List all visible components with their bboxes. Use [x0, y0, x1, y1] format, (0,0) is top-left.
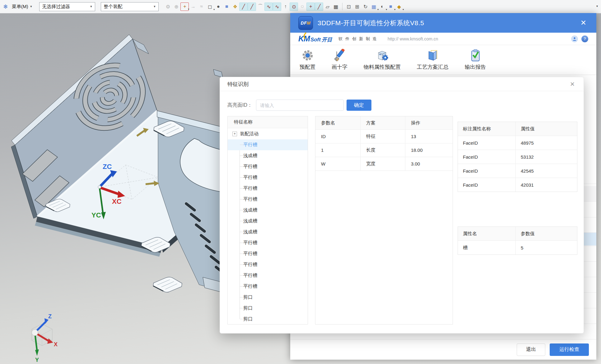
parameter-row[interactable]: 1 长度 18.00 — [315, 143, 453, 157]
shaded-view-icon[interactable]: ◐ ▾ — [378, 2, 386, 11]
triad-x-label: X — [54, 341, 58, 348]
selection-filter-dropdown[interactable]: 无选择过滤器 ▼ — [39, 2, 95, 11]
tree-item[interactable]: 浅成槽 — [228, 205, 308, 216]
refresh-view-icon[interactable]: ↻ ▾ — [361, 2, 370, 11]
face-attribute-row[interactable]: FaceID 53132 — [458, 150, 577, 164]
ellipse-icon[interactable]: ◌ ▾ — [298, 2, 306, 11]
tree-item[interactable]: 平行槽 — [228, 270, 308, 281]
tree-item[interactable]: 剪口 — [228, 303, 308, 314]
solid-display-icon[interactable]: ■ ▾ — [386, 2, 395, 11]
zc-axis-label: ZC — [103, 163, 112, 170]
highlight-id-input[interactable] — [256, 100, 344, 111]
face-attribute-header: 标注属性名称 属性值 — [458, 122, 577, 136]
snap-grid-icon[interactable]: ▦ ▾ — [370, 2, 378, 11]
tree-item[interactable]: 浅成槽 — [228, 226, 308, 237]
selection-scope-dropdown[interactable]: 整个装配 ▼ — [101, 2, 159, 11]
fillet-arc-icon[interactable]: ⌒ ▾ — [256, 2, 264, 11]
dfm-titlebar[interactable]: DFM 3DDFM-开目可制造性分析系统V8.5 ✕ — [290, 13, 596, 33]
polyline-icon[interactable]: ╱ ▾ — [315, 2, 323, 11]
gear-icon — [301, 49, 314, 62]
point-icon[interactable]: + ▾ — [306, 2, 315, 11]
dialog-header: 特征识别 ✕ — [220, 77, 584, 91]
menu-label: 菜单(M) — [12, 4, 28, 10]
brand-url: http:// www.kmsoft.com.cn — [388, 36, 438, 41]
face-attribute-row[interactable]: FaceID 48975 — [458, 136, 577, 150]
tree-item[interactable]: 平行槽 — [228, 281, 308, 292]
help-icon[interactable]: ? — [581, 35, 588, 42]
grid-icon[interactable]: ▦ ▾ — [332, 2, 340, 11]
line-segment-icon[interactable]: ╱ ▾ — [248, 2, 256, 11]
spline-icon[interactable]: ∿ ▾ — [264, 2, 273, 11]
menu-button[interactable]: 菜单(M) ▼ — [11, 3, 34, 10]
highlight-id-row: 高亮面ID： 确定 — [227, 100, 371, 111]
feature-tree-panel: 特征名称 + 装配活动 平行槽 浅成槽 平行槽 — [227, 116, 308, 324]
dfm-close-icon[interactable]: ✕ — [579, 19, 588, 27]
tree-item[interactable]: 浅成槽 — [228, 216, 308, 226]
tree-item[interactable]: 平行槽 — [228, 259, 308, 270]
show-dof-icon[interactable]: → ▾ — [189, 2, 197, 11]
tree-item[interactable]: 平行槽 — [228, 139, 308, 150]
window-zoom-icon[interactable]: ⊡ ▾ — [344, 2, 353, 11]
dfm-app-icon: DFM — [298, 16, 313, 30]
confirm-button[interactable]: 确定 — [347, 100, 371, 111]
tree-item[interactable]: 剪口 — [228, 314, 308, 324]
toolbar-overflow-chevron[interactable]: ▾ — [596, 4, 598, 8]
tree-item[interactable]: 平行槽 — [228, 161, 308, 172]
pan-icon[interactable]: ⊞ ▾ — [353, 2, 361, 11]
tree-root-assembly-activity[interactable]: + 装配活动 — [228, 128, 308, 139]
datum-axis-icon[interactable]: ↑ ▾ — [281, 2, 290, 11]
view-orientation-triad: Z X Y — [17, 312, 67, 364]
parameter-table-header: 参数名 方案 操作 — [315, 116, 453, 130]
preconfig-button[interactable]: 预配置 — [300, 49, 315, 71]
triad-z-label: Z — [48, 313, 52, 320]
line-icon[interactable]: ╱ ▾ — [239, 2, 248, 11]
output-report-button[interactable]: 输出报告 — [465, 49, 486, 71]
property-table-header: 属性名 参数值 — [458, 227, 577, 241]
sheet-metal-part[interactable]: ZC XC YC — [0, 13, 246, 303]
dfm-brand-bar: KM Soft 开目 软件创新制造 http:// www.kmsoft.com… — [290, 33, 596, 45]
chevron-down-icon: ▼ — [153, 5, 156, 8]
tree-item[interactable]: 平行槽 — [228, 237, 308, 248]
process-summary-button[interactable]: 工艺方案汇总 — [417, 49, 449, 71]
circle-center-icon[interactable]: ⊙ ▾ — [290, 2, 298, 11]
assembly-constraints-icon[interactable]: ⚙ ▾ — [164, 2, 172, 11]
report-check-icon — [469, 49, 482, 62]
toolbar-divider[interactable]: ▾ — [340, 2, 344, 11]
wave-geometry-icon[interactable]: ≈ ▾ — [197, 2, 206, 11]
dialog-close-icon[interactable]: ✕ — [569, 80, 576, 88]
move-component-icon[interactable]: ⊕ ▾ — [172, 2, 180, 11]
brand-slogan: 软件创新制造 — [338, 36, 380, 42]
analysis-display-icon[interactable]: ◆ ▾ — [395, 2, 403, 11]
folders-icon — [426, 49, 439, 62]
face-attribute-row[interactable]: FaceID 42031 — [458, 178, 577, 192]
studio-spline-icon[interactable]: ∿ ▾ — [273, 2, 281, 11]
remember-constraints-icon[interactable]: + ▾ — [180, 2, 189, 11]
highlight-id-label: 高亮面ID： — [227, 102, 256, 109]
tree-item[interactable]: 平行槽 — [228, 183, 308, 194]
face-attribute-row[interactable]: FaceID 42545 — [458, 164, 577, 178]
tree-item[interactable]: 剪口 — [228, 292, 308, 303]
tree-item[interactable]: 平行槽 — [228, 248, 308, 259]
material-preconfig-button[interactable]: 物料属性预配置 — [364, 49, 401, 71]
tree-item[interactable]: 平行槽 — [228, 194, 308, 205]
property-row[interactable]: 槽 5 — [458, 241, 577, 254]
expand-icon[interactable]: + — [232, 132, 237, 136]
draw-cross-button[interactable]: 画十字 — [332, 49, 347, 71]
exit-button[interactable]: 退出 — [517, 343, 545, 356]
extrude-cube-icon[interactable]: ■ ▾ — [222, 2, 231, 11]
parameter-row[interactable]: W 宽度 3.00 — [315, 157, 453, 171]
run-check-button[interactable]: 运行检查 — [550, 343, 589, 356]
sheet-face-icon[interactable]: ▱ ▾ — [323, 2, 332, 11]
user-account-icon[interactable] — [571, 35, 578, 42]
dfm-toolbar: 预配置 画十字 物料属性预配置 — [290, 45, 596, 75]
tree-item[interactable]: 浅成槽 — [228, 150, 308, 161]
cylinder-icon[interactable]: ● ▾ — [214, 2, 222, 11]
kmsoft-logo: KM Soft 开目 — [298, 34, 332, 43]
app-logo-icon: ❄ — [3, 4, 8, 10]
tree-item[interactable]: 平行槽 — [228, 172, 308, 183]
toolbar-icon-strip: ⚙ ▾ ⊕ ▾ + ▾ → ▾ ≈ ▾ ◻ — [164, 2, 403, 11]
marquee-select-icon[interactable]: ◻ ▾ — [206, 2, 214, 11]
move-handles-icon[interactable]: ❖ ▾ — [231, 2, 239, 11]
pencil-crosshair-icon — [333, 49, 346, 62]
parameter-row[interactable]: ID 特征 13 — [315, 130, 453, 143]
